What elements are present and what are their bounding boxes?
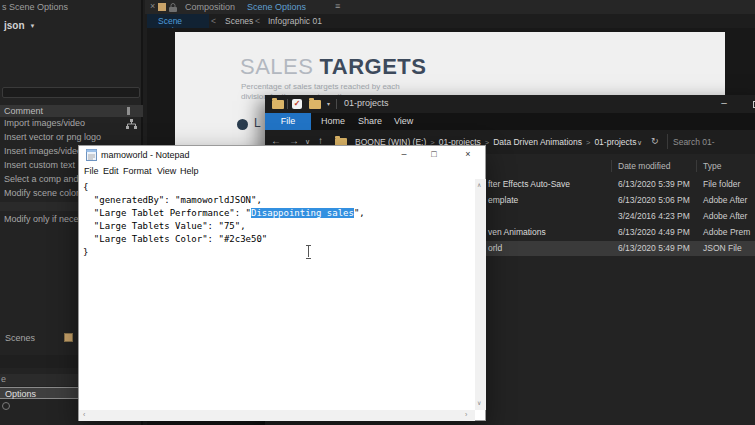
address-dropdown-icon[interactable]: ∨ (637, 139, 642, 147)
comment-header-row: Comment (0, 105, 143, 117)
column-header-date[interactable]: Date modified (618, 161, 670, 171)
column-header-type[interactable]: Type (703, 161, 721, 171)
json-line: { (83, 182, 88, 192)
horizontal-scrollbar[interactable]: ‹ › (79, 410, 475, 421)
composition-panel-tabbar: × Composition Scene Options ≡ (145, 0, 755, 14)
scroll-indicator (127, 107, 130, 115)
lock-icon (169, 3, 177, 12)
ribbon-tab-share[interactable]: Share (358, 113, 382, 130)
window-title: 01-projects (344, 98, 389, 108)
column-divider[interactable] (696, 160, 697, 172)
json-line: "Large Tablets Color": "#2c3e50" (83, 234, 267, 244)
expression-field[interactable] (2, 87, 140, 98)
slide-title: SALESTARGETS (240, 54, 426, 80)
json-line: "Large Tablets Value": "75", (83, 221, 246, 231)
scroll-up-icon[interactable]: ∧ (477, 181, 481, 188)
breadcrumb-folder[interactable]: 01-projects (594, 137, 636, 147)
notepad-icon (86, 149, 97, 161)
json-line: "generatedBy": "mamoworldJSON", (83, 195, 262, 205)
notepad-text-area[interactable]: { "generatedBy": "mamoworldJSON", "Large… (79, 179, 474, 410)
ribbon-tabs: File Home Share View (265, 113, 755, 130)
menu-help[interactable]: Help (180, 166, 199, 176)
network-icon (126, 119, 137, 130)
ribbon-tab-file[interactable]: File (265, 113, 311, 130)
label-color-swatch[interactable] (64, 333, 73, 342)
chevron-left-icon: < (211, 16, 216, 26)
minimize-button[interactable]: – (391, 149, 417, 159)
explorer-titlebar[interactable]: ✓ ▾ 01-projects – (265, 95, 755, 113)
divider (336, 99, 337, 109)
notepad-menubar: File Edit Format View Help (79, 164, 485, 179)
timeline-row (0, 355, 78, 368)
folder-icon[interactable] (309, 100, 321, 109)
notepad-titlebar[interactable]: mamoworld - Notepad – □ × (79, 146, 485, 164)
ribbon-tab-view[interactable]: View (394, 113, 413, 130)
divider (667, 134, 668, 149)
selected-text: Disappointing sales (251, 208, 354, 218)
text-cursor-icon (305, 245, 312, 257)
panel-tab-composition[interactable]: Composition (185, 2, 235, 12)
close-icon[interactable]: × (150, 1, 155, 11)
json-line-with-selection: "Large Tablet Performance": "Disappointi… (83, 208, 365, 218)
bullet-label: L (254, 116, 261, 130)
panel-icon (158, 3, 166, 11)
nav-tab-scenes[interactable]: Scenes (225, 16, 253, 26)
maximize-button[interactable]: □ (421, 149, 447, 159)
nav-tab-scene-options[interactable]: Scene Options (147, 14, 209, 28)
refresh-icon[interactable]: ↻ (651, 136, 659, 146)
notepad-window: mamoworld - Notepad – □ × File Edit Form… (78, 145, 486, 421)
nav-tab-infographic[interactable]: Infographic 01 (268, 16, 322, 26)
slide-title-light: SALES (240, 54, 313, 79)
slide-title-bold: TARGETS (319, 54, 426, 79)
screenshot-root: s Scene Options json▼ Comment Import ima… (0, 0, 755, 425)
timeline-row-fragment: e (0, 374, 78, 386)
divider (287, 99, 288, 109)
breadcrumb-folder[interactable]: Data Driven Animations (493, 137, 582, 147)
menu-file[interactable]: File (84, 166, 99, 176)
vertical-scrollbar[interactable]: ∧ ∨ (475, 179, 486, 410)
panel-menu-icon[interactable]: ≡ (335, 1, 340, 11)
minimize-button[interactable]: – (713, 97, 735, 108)
effect-controls-header: s Scene Options (2, 2, 68, 12)
chevron-down-icon: ▼ (30, 23, 36, 29)
checkmark-icon[interactable]: ✓ (292, 99, 302, 109)
scenes-label[interactable]: Scenes (5, 333, 35, 343)
folder-icon (272, 100, 284, 109)
column-divider[interactable] (611, 160, 612, 172)
search-input[interactable]: Search 01- (673, 137, 715, 147)
layer-icon (2, 402, 10, 410)
bullet-dot (237, 119, 248, 130)
active-comp-name[interactable]: Scene Options (247, 2, 306, 12)
scroll-left-icon[interactable]: ‹ (83, 411, 85, 418)
json-line: } (83, 247, 88, 257)
menu-view[interactable]: View (157, 166, 176, 176)
breadcrumb-separator: > (586, 138, 590, 147)
ribbon-tab-home[interactable]: Home (321, 113, 345, 130)
qat-dropdown-icon[interactable]: ▾ (327, 100, 330, 107)
json-effect-group[interactable]: json▼ (4, 20, 36, 31)
chevron-left-icon: < (255, 16, 260, 26)
selected-layer-row[interactable]: Options (0, 387, 78, 399)
close-button[interactable]: × (455, 149, 481, 159)
menu-item-insert-vector[interactable]: Insert vector or png logo (4, 132, 154, 145)
comp-navigator-bar: Scene Options < Scenes < Infographic 01 (145, 14, 755, 28)
notepad-window-title: mamoworld - Notepad (101, 150, 190, 160)
scroll-down-icon[interactable]: ∨ (477, 399, 481, 406)
scroll-right-icon[interactable]: › (465, 411, 467, 418)
menu-edit[interactable]: Edit (103, 166, 119, 176)
menu-format[interactable]: Format (123, 166, 152, 176)
